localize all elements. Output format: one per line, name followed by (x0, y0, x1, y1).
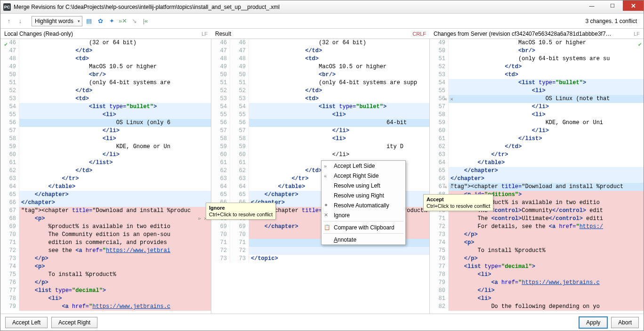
context-menu-item[interactable]: Resolve using Left (322, 181, 405, 190)
code-row[interactable]: 5050 <br/> (211, 71, 429, 79)
close-button[interactable]: ✕ (623, 0, 644, 11)
code-row[interactable]: 75 To install %product% (0, 271, 211, 279)
code-row[interactable]: 79 <a href="https://www.jetbrains.c (430, 279, 644, 287)
code-row[interactable]: 54 <list type="bullet"> (430, 79, 644, 87)
code-row[interactable]: 64 </table> (430, 159, 644, 167)
accept-icons[interactable]: « ✕ (444, 95, 453, 103)
apply-button[interactable]: Apply (579, 317, 607, 328)
code-row[interactable]: 4646 (32 or 64 bit) (211, 39, 429, 47)
settings-icon[interactable]: ✿ (96, 16, 105, 26)
code-row[interactable]: 51 (only 64-bit systems are su (430, 55, 644, 63)
code-row[interactable]: 72 For details, see the <a href="https:/ (430, 223, 644, 231)
context-menu-item[interactable]: Annotate (322, 235, 405, 244)
code-row[interactable]: 71 edition is commercial, and provides (0, 239, 211, 247)
code-row[interactable]: 77 <list type="decimal"> (430, 263, 644, 271)
code-row[interactable]: 63 </tr> (0, 175, 211, 183)
code-row[interactable]: 5555 <li> (211, 111, 429, 119)
code-row[interactable]: 57 </li> (0, 127, 211, 135)
maximize-button[interactable]: ☐ (602, 0, 623, 11)
highlight-mode-select[interactable]: Highlight words (32, 16, 82, 26)
code-row[interactable]: 70 The Community edition is an open-sou (0, 231, 211, 239)
code-row[interactable]: 7272 (211, 247, 429, 255)
code-row[interactable]: 52 </td> (0, 87, 211, 95)
code-row[interactable]: 73 </p> (430, 231, 644, 239)
context-menu-item[interactable]: 📋Compare with Clipboard (322, 222, 405, 232)
context-menu-item[interactable]: »Accept Left Side (322, 161, 405, 171)
code-row[interactable]: 5151 (only 64-bit systems are supp (211, 79, 429, 87)
code-row[interactable]: 66</chapter> (0, 199, 211, 207)
code-row[interactable]: 47 </td> (0, 47, 211, 55)
code-row[interactable]: 58 <li> (0, 135, 211, 143)
code-row[interactable]: 62 </td> (430, 143, 644, 151)
code-row[interactable]: 62 </td> (0, 167, 211, 175)
code-row[interactable]: 81 <li> (430, 295, 644, 303)
code-row[interactable]: 67"tag"><chapter title="Download and ins… (430, 183, 644, 191)
prev-diff-icon[interactable]: ↑ (4, 16, 14, 26)
code-row[interactable]: 4848 <td> (211, 55, 429, 63)
code-row[interactable]: 52 </td> (430, 63, 644, 71)
code-row[interactable]: 51 (only 64-bit systems are (0, 79, 211, 87)
code-row[interactable]: 7373</topic> (211, 255, 429, 263)
code-row[interactable]: 69 %product% is available in two editio (0, 223, 211, 231)
code-row[interactable]: 80 </li> (430, 287, 644, 295)
code-row[interactable]: 77 <list type="decimal"> (0, 287, 211, 295)
code-row[interactable]: 53 <td> (0, 95, 211, 103)
code-row[interactable]: 55 <li> (430, 87, 644, 95)
code-row[interactable]: 6060 </li> (211, 151, 429, 159)
code-row[interactable]: 76 </p> (0, 279, 211, 287)
context-menu-item[interactable]: «Accept Right Side (322, 171, 405, 181)
code-row[interactable]: 56 OS Linux (note that (430, 95, 644, 103)
code-row[interactable]: 5959 ity D (211, 143, 429, 151)
code-row[interactable]: 50 <br/> (430, 47, 644, 55)
code-row[interactable]: 72 see the <a href="https://www.jetbrai (0, 247, 211, 255)
code-row[interactable]: 54 <list type="bullet"> (0, 103, 211, 111)
right-pane[interactable]: ✔ 49 MacOS 10.5 or higher50 <br/>51 (onl… (430, 39, 644, 314)
accept-left-button[interactable]: Accept Left (5, 317, 48, 328)
abort-button[interactable]: Abort (611, 317, 639, 328)
code-row[interactable]: 49 MacOS 10.5 or higher (0, 63, 211, 71)
context-menu-item[interactable]: ✕Ignore (322, 210, 405, 220)
code-row[interactable]: 5252 </td> (211, 87, 429, 95)
apply-non-conflict-right-icon[interactable]: |« (141, 16, 150, 26)
code-row[interactable]: 68 <p> (0, 215, 211, 223)
code-row[interactable]: 74 <p> (0, 263, 211, 271)
code-row[interactable]: 55 <li> (0, 111, 211, 119)
code-row[interactable]: 65 </chapter> (430, 167, 644, 175)
code-row[interactable]: 49 MacOS 10.5 or higher (430, 39, 644, 47)
code-row[interactable]: 76 </p> (430, 255, 644, 263)
context-menu-item[interactable]: ✦Resolve Automatically (322, 200, 405, 210)
code-row[interactable]: 60 </li> (430, 127, 644, 135)
apply-non-conflict-left-icon[interactable]: »✕ (118, 16, 128, 26)
code-row[interactable]: 75 To install %product% (430, 247, 644, 255)
layout-icon[interactable]: ▤ (84, 16, 94, 26)
code-row[interactable]: 53 <td> (430, 71, 644, 79)
accept-right-button[interactable]: Accept Right (51, 317, 97, 328)
context-menu-item[interactable]: Resolve using Right (322, 190, 405, 200)
code-row[interactable]: 58 <li> (430, 111, 644, 119)
code-row[interactable]: 66</chapter> (430, 175, 644, 183)
magic-resolve-icon[interactable]: ✦ (107, 16, 116, 26)
code-row[interactable]: 4949 MacOS 10.5 or higher (211, 63, 429, 71)
code-row[interactable]: 46 (32 or 64 bit) (0, 39, 211, 47)
code-row[interactable]: 56 OS Linux (only 6 (0, 119, 211, 127)
code-row[interactable]: 50 <br/> (0, 71, 211, 79)
code-row[interactable]: 5656 64-bit (211, 119, 429, 127)
code-row[interactable]: 65 </chapter> (0, 191, 211, 199)
code-row[interactable]: 61 </list> (0, 159, 211, 167)
next-diff-icon[interactable]: ↓ (16, 16, 25, 26)
code-row[interactable]: 78 <li> (430, 271, 644, 279)
code-row[interactable]: 5353 <td> (211, 95, 429, 103)
code-row[interactable]: 64 </table> (0, 183, 211, 191)
code-row[interactable]: 48 <td> (0, 55, 211, 63)
code-row[interactable]: 57 </li> (430, 103, 644, 111)
code-row[interactable]: 74 <p> (430, 239, 644, 247)
code-row[interactable]: 73 </p> (0, 255, 211, 263)
code-row[interactable]: 82 Do the following depending on yo (430, 303, 644, 311)
minimize-button[interactable]: — (581, 0, 602, 11)
apply-non-conflict-center-icon[interactable]: ↘ (129, 16, 139, 26)
code-row[interactable]: 59 KDE, Gnome or Uni (430, 119, 644, 127)
code-row[interactable]: 59 KDE, Gnome or Un (0, 143, 211, 151)
code-row[interactable]: 4747 </td> (211, 47, 429, 55)
code-row[interactable]: 5454 <list type="bullet"> (211, 103, 429, 111)
code-row[interactable]: 79 <a href="https://www.jetbrains.c (0, 303, 211, 311)
